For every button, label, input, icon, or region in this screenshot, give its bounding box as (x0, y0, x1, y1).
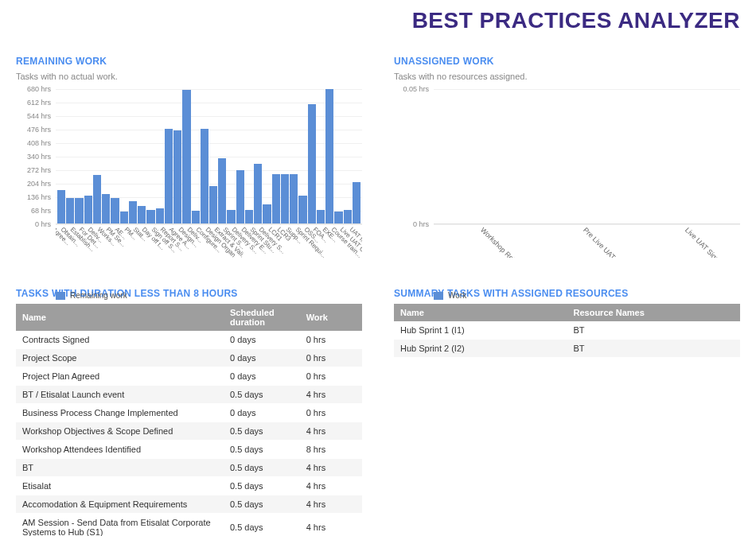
bar (182, 90, 190, 223)
table-row: Hub Sprint 2 (I2)BT (394, 340, 740, 358)
y-tick: 408 hrs (27, 139, 51, 147)
bar (192, 211, 200, 223)
cell-work: 4 hrs (300, 386, 362, 404)
cell-name: Project Scope (16, 349, 224, 367)
legend-swatch (56, 292, 65, 300)
remaining-work-panel: REMAINING WORK Tasks with no actual work… (16, 56, 362, 264)
cell-work: 4 hrs (300, 459, 362, 477)
y-tick: 680 hrs (27, 85, 51, 93)
table-row: Hub Sprint 1 (I1)BT (394, 321, 740, 340)
cell-dur: 0.5 days (224, 459, 300, 477)
cell-name: Etisalat (16, 477, 224, 495)
table-row: BT / Etisalat Launch event0.5 days4 hrs (16, 386, 362, 404)
table-row: AM Session - Send Data from Etisalat Cor… (16, 514, 362, 537)
table-row: Project Scope0 days0 hrs (16, 349, 362, 367)
bar (334, 212, 342, 223)
cell-work: 8 hrs (300, 441, 362, 459)
table-row: BT0.5 days4 hrs (16, 459, 362, 477)
cell-dur: 0 days (224, 331, 300, 349)
bar (93, 175, 101, 223)
x-label: Workshop Rehe... (479, 226, 525, 258)
y-tick: 0 hrs (35, 220, 51, 228)
bar (344, 210, 352, 223)
bar (298, 196, 306, 223)
bar (120, 212, 128, 223)
bar (75, 198, 83, 223)
bar (165, 129, 173, 223)
bar (111, 198, 119, 223)
col-duration: Scheduled duration (224, 304, 300, 331)
short-tasks-table: Name Scheduled duration Work Contracts S… (16, 304, 362, 536)
table-row: Project Plan Agreed0 days0 hrs (16, 367, 362, 386)
unassigned-legend-label: Work (448, 291, 466, 300)
bar (353, 182, 360, 223)
unassigned-title: UNASSIGNED WORK (394, 56, 740, 67)
bar (201, 129, 208, 223)
table-row: Contracts Signed0 days0 hrs (16, 331, 362, 349)
bar (138, 206, 146, 223)
summary-tasks-table: Name Resource Names Hub Sprint 1 (I1)BTH… (394, 304, 740, 358)
remaining-legend-label: Remaining work (70, 291, 127, 300)
y-tick: 68 hrs (31, 207, 51, 215)
bar (66, 198, 74, 223)
cell-dur: 0 days (224, 367, 300, 386)
bar (254, 164, 262, 223)
cell-work: 0 hrs (300, 349, 362, 367)
bar (325, 89, 333, 223)
bar (57, 190, 65, 223)
unassigned-sub: Tasks with no resources assigned. (394, 72, 740, 81)
cell-name: BT / Etisalat Launch event (16, 386, 224, 404)
cell-name: Accomodation & Equipment Requirements (16, 495, 224, 514)
cell-dur: 0.5 days (224, 386, 300, 404)
bar (146, 210, 154, 223)
col-name: Name (394, 304, 567, 321)
short-tasks-panel: TASKS WITH DURATION LESS THAN 8 HOURS Na… (16, 288, 362, 536)
y-tick: 136 hrs (27, 193, 51, 201)
cell-work: 0 hrs (300, 367, 362, 386)
cell-work: 0 hrs (300, 404, 362, 422)
y-tick: 544 hrs (27, 112, 51, 120)
col-work: Work (300, 304, 362, 331)
table-row: Etisalat0.5 days4 hrs (16, 477, 362, 495)
unassigned-legend: Work (434, 291, 740, 300)
bar (227, 210, 235, 223)
cell-work: 4 hrs (300, 495, 362, 514)
col-name: Name (16, 304, 224, 331)
remaining-sub: Tasks with no actual work. (16, 72, 362, 81)
cell-res: BT (567, 340, 741, 358)
table-row: Workshop Objectives & Scope Defined0.5 d… (16, 422, 362, 441)
cell-name: AM Session - Send Data from Etisalat Cor… (16, 514, 224, 537)
cell-dur: 0.5 days (224, 495, 300, 514)
cell-dur: 0.5 days (224, 514, 300, 537)
bar (236, 170, 244, 223)
bar (102, 194, 110, 223)
cell-work: 0 hrs (300, 331, 362, 349)
cell-dur: 0 days (224, 404, 300, 422)
cell-name: BT (16, 459, 224, 477)
bar (317, 210, 325, 223)
remaining-chart: 0 hrs68 hrs136 hrs204 hrs272 hrs340 hrs4… (16, 89, 362, 264)
y-tick: 476 hrs (27, 126, 51, 134)
cell-res: BT (567, 321, 741, 340)
cell-name: Hub Sprint 1 (I1) (394, 321, 567, 340)
y-tick: 272 hrs (27, 166, 51, 174)
cell-work: 4 hrs (300, 514, 362, 537)
cell-name: Hub Sprint 2 (I2) (394, 340, 567, 358)
table-row: Accomodation & Equipment Requirements0.5… (16, 495, 362, 514)
cell-dur: 0.5 days (224, 422, 300, 441)
bar (129, 201, 137, 223)
y-tick: 612 hrs (27, 99, 51, 107)
page-title: BEST PRACTICES ANALYZER (16, 8, 740, 33)
bar (245, 210, 253, 223)
legend-swatch (434, 292, 443, 300)
bar (263, 204, 271, 223)
cell-dur: 0.5 days (224, 441, 300, 459)
bar (308, 104, 316, 223)
cell-name: Project Plan Agreed (16, 367, 224, 386)
cell-name: Workshop Attendees Identified (16, 441, 224, 459)
bar (84, 196, 92, 223)
cell-work: 4 hrs (300, 422, 362, 441)
unassigned-chart: 0 hrs0.05 hrs Workshop Rehe...Pre Live U… (394, 89, 740, 264)
bar (290, 174, 298, 223)
cell-name: Contracts Signed (16, 331, 224, 349)
